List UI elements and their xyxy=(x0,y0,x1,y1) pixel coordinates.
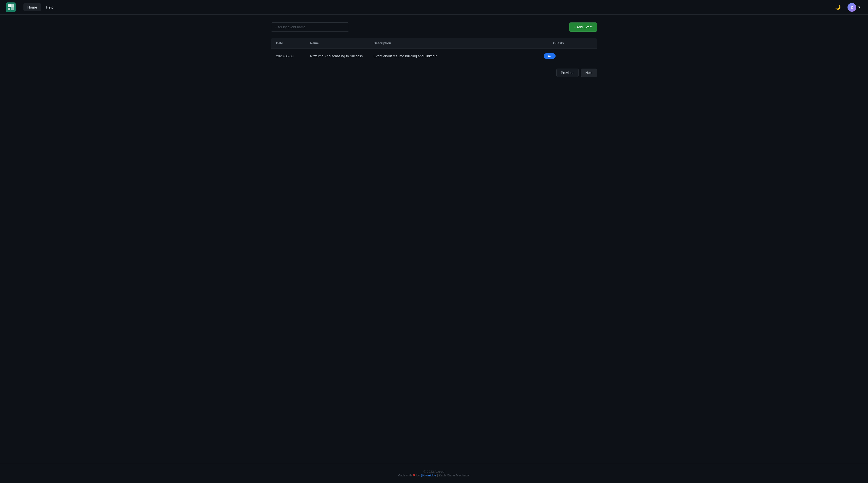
logo[interactable] xyxy=(6,2,16,12)
logo-icon xyxy=(6,2,16,12)
table-header: Date Name Description Guests xyxy=(271,38,597,49)
event-date: 2023-06-09 xyxy=(271,49,305,64)
avatar-dropdown[interactable]: Z ▾ xyxy=(845,2,862,13)
footer-author-name: Zach Riane Machacon xyxy=(439,474,471,477)
footer-heart: ❤ xyxy=(413,474,415,477)
table-body: 2023-06-09 Rizzume: Cloutchasing to Succ… xyxy=(271,49,597,64)
col-header-date: Date xyxy=(271,38,305,49)
footer-separator: | xyxy=(437,474,438,477)
avatar: Z xyxy=(847,3,856,12)
nav-home[interactable]: Home xyxy=(24,3,41,11)
moon-icon: 🌙 xyxy=(835,5,841,10)
col-header-actions xyxy=(578,38,597,49)
filter-input[interactable] xyxy=(271,23,349,32)
add-event-button[interactable]: + Add Event xyxy=(569,23,597,32)
event-description: Event about resume building and LinkedIn… xyxy=(369,49,539,64)
footer: © 2023 Accred Made with ❤ by @blurridge … xyxy=(0,464,868,483)
chevron-down-icon: ▾ xyxy=(858,5,860,9)
event-actions-button[interactable]: ··· xyxy=(583,53,592,60)
next-button[interactable]: Next xyxy=(581,69,597,77)
main-content: + Add Event Date Name Description Guests… xyxy=(263,14,605,464)
toolbar: + Add Event xyxy=(271,23,597,32)
events-table: Date Name Description Guests 2023-06-09 … xyxy=(271,38,597,64)
footer-by: by xyxy=(416,474,420,477)
previous-button[interactable]: Previous xyxy=(556,69,579,77)
footer-copyright: © 2023 Accred xyxy=(4,470,864,474)
event-actions-cell: ··· xyxy=(578,49,597,64)
event-name: Rizzume: Cloutchasing to Success xyxy=(305,49,369,64)
navbar: Home Help 🌙 Z ▾ xyxy=(0,0,868,14)
footer-attribution: Made with ❤ by @blurridge | Zach Riane M… xyxy=(4,474,864,477)
guests-badge: 42 xyxy=(544,53,556,59)
pagination: Previous Next xyxy=(271,69,597,77)
footer-made-with: Made with xyxy=(397,474,412,477)
table-row: 2023-06-09 Rizzume: Cloutchasing to Succ… xyxy=(271,49,597,64)
col-header-guests: Guests xyxy=(539,38,578,49)
col-header-name: Name xyxy=(305,38,369,49)
nav-help[interactable]: Help xyxy=(42,3,57,11)
event-guests-cell: 42 xyxy=(539,49,578,64)
theme-toggle-button[interactable]: 🌙 xyxy=(833,3,843,12)
footer-author-handle[interactable]: @blurridge xyxy=(421,474,436,477)
nav-links: Home Help xyxy=(24,3,833,11)
col-header-description: Description xyxy=(369,38,539,49)
nav-right: 🌙 Z ▾ xyxy=(833,2,862,13)
